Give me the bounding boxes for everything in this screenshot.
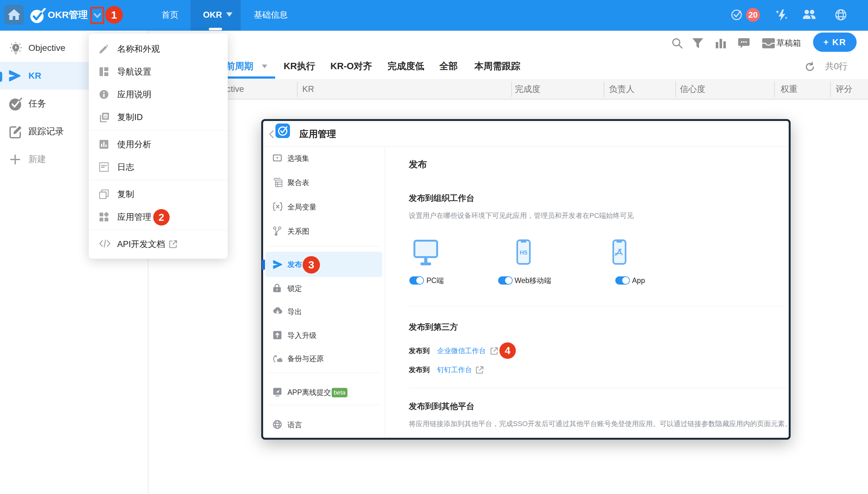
svg-text:H5: H5 — [520, 249, 527, 256]
svg-text:ID: ID — [104, 115, 107, 118]
